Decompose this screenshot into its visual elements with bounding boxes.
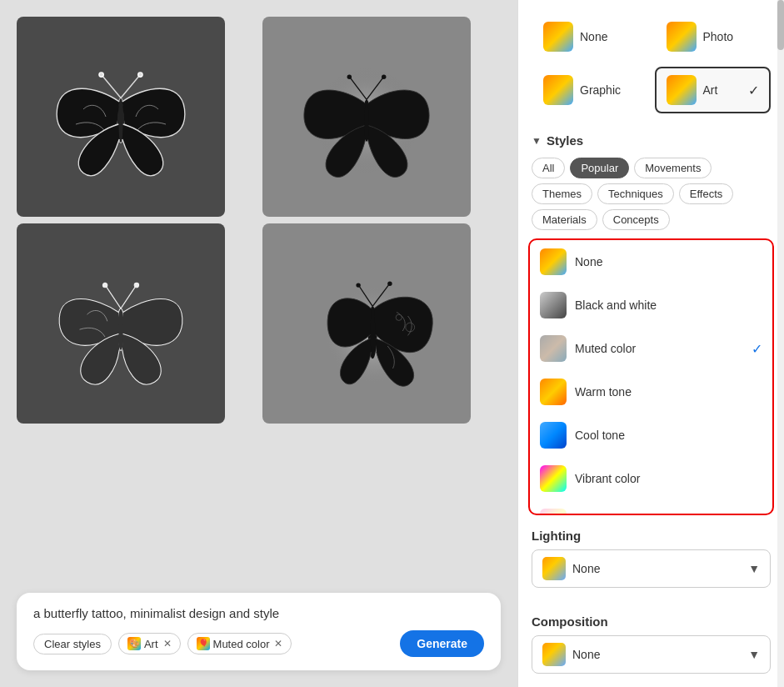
art-check-icon: ✓: [748, 83, 759, 98]
style-none-thumb: [540, 248, 567, 275]
svg-line-13: [121, 286, 136, 308]
filter-materials[interactable]: Materials: [532, 209, 597, 230]
styles-title: Styles: [547, 133, 583, 148]
svg-point-20: [356, 283, 360, 287]
muted-color-tag-close[interactable]: ✕: [274, 638, 282, 649]
lighting-dropdown[interactable]: None ▼: [532, 549, 771, 588]
composition-thumb: [542, 643, 566, 666]
art-tag[interactable]: 🎨 Art ✕: [118, 633, 181, 654]
image-cell-2[interactable]: [262, 17, 471, 217]
style-type-photo-label: Photo: [703, 30, 734, 43]
muted-color-tag-label: Muted color: [213, 638, 270, 650]
filter-techniques[interactable]: Techniques: [597, 183, 674, 204]
none-thumb: [543, 22, 573, 52]
lighting-label: Lighting: [518, 515, 784, 549]
style-type-grid: None Photo Graphic Art ✓: [518, 0, 784, 127]
filter-concepts[interactable]: Concepts: [602, 209, 670, 230]
svg-point-15: [134, 283, 138, 287]
style-bw-thumb: [540, 292, 567, 318]
collapse-icon: ▼: [532, 135, 542, 147]
style-warm-thumb: [540, 379, 567, 405]
style-type-photo[interactable]: Photo: [655, 13, 772, 60]
lighting-thumb: [542, 557, 566, 580]
image-cell-1[interactable]: [17, 17, 225, 217]
prompt-text: a butterfly tattoo, minimalist design an…: [33, 606, 484, 620]
filter-themes[interactable]: Themes: [532, 183, 592, 204]
style-type-art-label: Art: [703, 83, 718, 97]
filter-all[interactable]: All: [532, 158, 565, 178]
style-vibrant-thumb: [540, 465, 567, 492]
style-none-label: None: [575, 255, 602, 268]
style-type-none[interactable]: None: [532, 13, 648, 60]
style-muted-check: ✓: [752, 341, 762, 357]
image-cell-4[interactable]: [262, 223, 471, 424]
style-muted-thumb: [540, 335, 567, 362]
filter-popular[interactable]: Popular: [570, 158, 629, 178]
graphic-thumb: [543, 75, 573, 105]
styles-dropdown-panel: None Black and white Muted color ✓ Warm …: [528, 238, 774, 515]
style-pastel[interactable]: Pastel color: [530, 500, 772, 515]
muted-color-icon: 🎈: [197, 637, 210, 650]
composition-label: Composition: [518, 601, 784, 635]
style-cool-thumb: [540, 422, 567, 449]
svg-point-10: [382, 75, 386, 79]
composition-value: None: [572, 648, 600, 661]
styles-section-header[interactable]: ▼ Styles: [518, 127, 784, 154]
muted-color-tag[interactable]: 🎈 Muted color ✕: [187, 633, 292, 654]
clear-styles-button[interactable]: Clear styles: [33, 634, 112, 654]
generate-button[interactable]: Generate: [400, 630, 484, 657]
svg-point-4: [138, 73, 142, 77]
svg-point-21: [387, 282, 392, 286]
style-warm[interactable]: Warm tone: [530, 370, 772, 414]
composition-dropdown[interactable]: None ▼: [532, 635, 771, 674]
left-panel: a butterfly tattoo, minimalist design an…: [0, 0, 517, 687]
filter-tags: All Popular Movements Themes Techniques …: [518, 154, 784, 238]
filter-movements[interactable]: Movements: [634, 158, 712, 178]
style-muted[interactable]: Muted color ✓: [530, 327, 772, 370]
style-none[interactable]: None: [530, 240, 772, 283]
style-vibrant[interactable]: Vibrant color: [530, 457, 772, 500]
art-tag-close[interactable]: ✕: [163, 638, 172, 649]
right-panel: None Photo Graphic Art ✓ ▼ Styles All Po…: [517, 0, 784, 687]
prompt-tags: Clear styles 🎨 Art ✕ 🎈 Muted color ✕ Gen…: [33, 630, 484, 657]
composition-chevron: ▼: [748, 648, 760, 661]
style-type-art[interactable]: Art ✓: [655, 67, 772, 113]
style-type-graphic[interactable]: Graphic: [532, 67, 648, 113]
style-type-none-label: None: [580, 30, 607, 43]
image-cell-3[interactable]: [17, 223, 225, 424]
art-icon: 🎨: [127, 637, 141, 650]
art-thumb: [667, 75, 697, 105]
svg-line-12: [106, 286, 121, 308]
style-vibrant-label: Vibrant color: [575, 472, 640, 485]
svg-point-14: [102, 283, 107, 287]
style-type-graphic-label: Graphic: [580, 83, 621, 97]
style-bw-label: Black and white: [575, 298, 657, 312]
style-cool-label: Cool tone: [575, 429, 625, 442]
prompt-area: a butterfly tattoo, minimalist design an…: [17, 593, 501, 670]
image-grid: [17, 17, 501, 424]
lighting-value: None: [572, 562, 600, 575]
art-tag-label: Art: [144, 638, 158, 650]
style-warm-label: Warm tone: [575, 385, 632, 399]
svg-point-3: [99, 73, 103, 77]
scrollbar-track: [777, 0, 784, 687]
photo-thumb: [667, 22, 697, 52]
style-pastel-thumb: [540, 509, 567, 515]
lighting-chevron: ▼: [748, 562, 760, 575]
filter-effects[interactable]: Effects: [679, 183, 734, 204]
style-cool[interactable]: Cool tone: [530, 414, 772, 457]
style-bw[interactable]: Black and white: [530, 283, 772, 327]
svg-point-9: [347, 75, 351, 79]
style-muted-label: Muted color: [575, 342, 636, 355]
scrollbar-thumb[interactable]: [777, 0, 784, 50]
